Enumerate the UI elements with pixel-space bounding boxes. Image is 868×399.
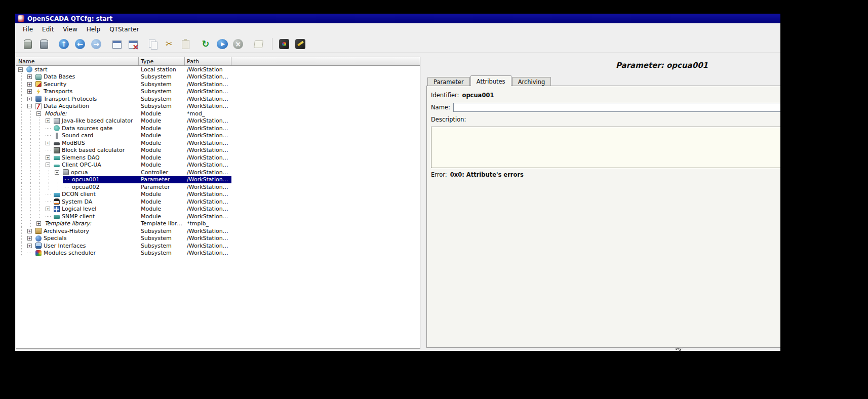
forward-button[interactable] [89, 37, 103, 51]
tree-row-modules-scheduler[interactable]: Modules schedulerSubsystem/WorkStation… [16, 250, 420, 257]
refresh-button[interactable] [199, 37, 213, 51]
expand-icon[interactable]: + [27, 229, 32, 233]
tree-cell-path: /WorkStation… [185, 250, 231, 257]
tree-cell-filler [231, 154, 420, 162]
tree-row-dcon-client[interactable]: DCON clientModule/WorkStation… [16, 191, 420, 198]
expand-icon[interactable]: + [46, 155, 50, 160]
tree-cell-filler [231, 176, 420, 184]
add-item-button[interactable] [109, 37, 124, 51]
expand-icon[interactable]: + [27, 236, 32, 241]
tab-archiving[interactable]: Archiving [512, 77, 551, 86]
tree-row-security[interactable]: +SecuritySubsystem/WorkStation… [16, 81, 420, 88]
branch-slot [45, 216, 54, 217]
tree-row-transports[interactable]: +TransportsSubsystem/WorkStation… [16, 88, 420, 96]
station-icon [26, 66, 32, 72]
expand-icon[interactable]: + [27, 82, 32, 87]
tree-row-data-bases[interactable]: +Data BasesSubsystem/WorkStation… [16, 73, 420, 81]
tree-row-archives-history[interactable]: +Archives-HistorySubsystem/WorkStation… [16, 227, 420, 235]
load-from-db-button[interactable] [20, 37, 34, 51]
description-textarea[interactable] [431, 127, 780, 168]
qtstarter-openscada-button[interactable] [277, 37, 291, 51]
save-to-db-button[interactable] [36, 37, 51, 51]
tree-row-start[interactable]: −startLocal station/WorkStation [16, 66, 420, 73]
tree-cell-name: +Security [16, 81, 139, 88]
tree-row-system-da[interactable]: System DAModule/WorkStation… [16, 198, 420, 206]
tree-cell-name: SNMP client [16, 213, 139, 220]
stop-icon [232, 38, 244, 50]
up-button[interactable] [57, 37, 71, 51]
tree-cell-filler [231, 81, 420, 88]
tree-cell-path: /WorkStation… [185, 169, 231, 176]
column-header-name[interactable]: Name [16, 57, 139, 65]
tree-row-data-acquisition[interactable]: −Data AcquisitionSubsystem/WorkStation… [16, 103, 420, 110]
menu-item-edit[interactable]: Edit [37, 24, 58, 34]
collapse-icon[interactable]: − [55, 170, 59, 175]
menu-item-qtstarter[interactable]: QTStarter [105, 24, 143, 34]
tab-parameter[interactable]: Parameter [427, 77, 470, 86]
paste-button[interactable] [178, 37, 192, 51]
expand-icon[interactable]: + [46, 207, 50, 211]
stop-button[interactable] [231, 37, 245, 51]
tree-row-module[interactable]: −Module:Module*mod_ [16, 110, 420, 117]
dcon-icon [54, 193, 60, 197]
tree-row-user-interfaces[interactable]: +User InterfacesSubsystem/WorkStation… [16, 242, 420, 250]
tree-item-label: Sound card [62, 132, 93, 139]
pane-splitter[interactable] [420, 53, 426, 351]
tree-row-block-based-calculator[interactable]: Block based calculatorModule/WorkStation… [16, 147, 420, 154]
column-header-path[interactable]: Path [185, 57, 231, 65]
tree-cell-filler [231, 88, 420, 96]
tree-widget: NameTypePath −startLocal station/WorkSta… [16, 57, 420, 349]
tree-row-data-sources-gate[interactable]: Data sources gateModule/WorkStation… [16, 125, 420, 132]
collapse-icon[interactable]: − [18, 67, 23, 72]
expand-icon[interactable]: + [27, 97, 32, 101]
tree-row-logical-level[interactable]: +Logical levelModule/WorkStation… [16, 206, 420, 213]
title-bar[interactable]: OpenSCADA QTCfg: start [15, 14, 780, 23]
tree-row-java-like-based-calculator[interactable]: +Java-like based calculatorModule/WorkSt… [16, 117, 420, 125]
tree-row-template-library[interactable]: +Template library:Template libr…*tmplb_ [16, 220, 420, 228]
column-header-type[interactable]: Type [139, 57, 185, 65]
tree-row-client-opc-ua[interactable]: −Client OPC-UAModule/WorkStation… [16, 162, 420, 169]
tree-cell-type: Module [139, 191, 185, 198]
expand-icon[interactable]: + [36, 221, 41, 226]
tree-cell-name: +Transport Protocols [16, 95, 139, 103]
collapse-icon[interactable]: − [46, 163, 50, 167]
tree-cell-name: −Client OPC-UA [16, 162, 139, 169]
add-item-icon [110, 38, 123, 50]
start-button[interactable] [215, 37, 229, 51]
manual-button[interactable] [251, 37, 265, 51]
delete-item-button[interactable] [126, 37, 140, 51]
menu-bar: FileEditViewHelpQTStarter [15, 23, 780, 35]
menu-item-help[interactable]: Help [82, 24, 105, 34]
tree-row-sound-card[interactable]: Sound cardModule/WorkStation… [16, 132, 420, 140]
back-button[interactable] [73, 37, 87, 51]
tree-row-opcua[interactable]: −opcuaController/WorkStation… [16, 169, 420, 176]
collapse-icon[interactable]: − [27, 104, 32, 108]
qtstarter-uivision-button[interactable] [293, 37, 307, 51]
tree-row-snmp-client[interactable]: SNMP clientModule/WorkStation… [16, 213, 420, 220]
expand-icon[interactable]: + [46, 141, 50, 145]
blockcalc-icon [54, 147, 60, 153]
menu-item-view[interactable]: View [58, 24, 82, 34]
collapse-icon[interactable]: − [36, 111, 41, 116]
tree-row-siemens-daq[interactable]: +Siemens DAQModule/WorkStation… [16, 154, 420, 162]
menu-item-file[interactable]: File [18, 24, 37, 34]
tree-branch-stub [46, 128, 52, 129]
tree-row-opcua001[interactable]: opcua001Parameter/WorkStation… [16, 176, 420, 184]
cut-button[interactable] [162, 37, 176, 51]
tree-row-specials[interactable]: +SpecialsSubsystem/WorkStation… [16, 235, 420, 243]
expand-icon[interactable]: + [27, 244, 32, 248]
expand-icon[interactable]: + [46, 118, 50, 123]
name-input[interactable] [453, 103, 780, 112]
tree-cell-name: Sound card [16, 132, 139, 140]
tree-item-label: Specials [44, 235, 66, 242]
indent-guide [26, 110, 35, 117]
tree-row-modbus[interactable]: +ModBUSModule/WorkStation… [16, 139, 420, 147]
expand-icon[interactable]: + [27, 74, 32, 79]
tree-item-label: SNMP client [62, 213, 95, 220]
expand-icon[interactable]: + [27, 89, 32, 94]
tree-row-transport-protocols[interactable]: +Transport ProtocolsSubsystem/WorkStatio… [16, 95, 420, 103]
copy-button[interactable] [146, 37, 160, 51]
tree-row-opcua002[interactable]: opcua002Parameter/WorkStation… [16, 183, 420, 191]
tree-item-label: Data Bases [44, 73, 75, 80]
tab-attributes[interactable]: Attributes [470, 75, 511, 86]
